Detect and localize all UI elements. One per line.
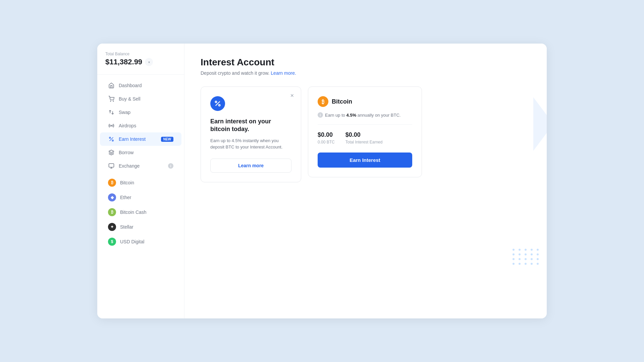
sidebar-item-airdrops[interactable]: Airdrops [100, 119, 181, 132]
page-subtitle: Deposit crypto and watch it grow. Learn … [201, 70, 531, 76]
sidebar: Total Balance $11,382.99 ▾ Dashboard [97, 44, 184, 318]
sidebar-item-stellar[interactable]: ✦ Stellar [100, 220, 181, 234]
earn-interest-button[interactable]: Earn Interest [318, 153, 412, 168]
btc-card-header: ₿ Bitcoin [318, 96, 412, 107]
dot [519, 258, 521, 260]
decorative-dots [513, 249, 540, 265]
promo-learn-more-link[interactable]: Learn more [210, 159, 291, 173]
airdrop-icon [108, 122, 115, 129]
exchange-label: Exchange [119, 163, 164, 169]
ether-icon: ◆ [108, 193, 116, 201]
svg-point-4 [109, 137, 111, 138]
dot [513, 258, 515, 260]
stellar-label: Stellar [120, 224, 173, 230]
svg-point-10 [215, 101, 217, 103]
promo-description: Earn up to 4.5% instantly when you depos… [210, 137, 291, 150]
ether-label: Ether [120, 195, 173, 200]
dot [531, 253, 533, 255]
svg-point-0 [110, 101, 111, 102]
btc-balance-stat: $0.00 0.00 BTC [318, 131, 335, 144]
balance-dropdown-button[interactable]: ▾ [145, 58, 153, 66]
dot [537, 258, 539, 260]
btc-info-icon: i [318, 112, 323, 118]
info-suffix: annually on your BTC. [356, 113, 400, 118]
btc-balance-sub: 0.00 BTC [318, 140, 335, 144]
dot [525, 253, 527, 255]
bitcoin-cash-icon: ₿ [108, 208, 116, 216]
sidebar-item-earn-interest[interactable]: Earn Interest NEW [100, 132, 181, 146]
sidebar-item-bitcoin-cash[interactable]: ₿ Bitcoin Cash [100, 205, 181, 220]
buy-sell-label: Buy & Sell [119, 96, 173, 102]
btc-card-title: Bitcoin [332, 98, 352, 105]
dot [537, 263, 539, 265]
sidebar-item-exchange[interactable]: Exchange i [100, 159, 181, 173]
dot [519, 263, 521, 265]
exchange-icon [108, 163, 115, 169]
sidebar-item-dashboard[interactable]: Dashboard [100, 79, 181, 92]
btc-interest-sub: Total Interest Earned [345, 140, 383, 144]
usd-digital-icon: $ [108, 238, 116, 246]
sidebar-item-buy-sell[interactable]: Buy & Sell [100, 92, 181, 106]
percent-icon [108, 136, 115, 142]
dot [519, 253, 521, 255]
home-icon [108, 82, 115, 89]
bitcoin-icon: ₿ [108, 179, 116, 187]
promo-card: ✕ Earn interest on your bitcoin today. E… [201, 86, 301, 182]
btc-interest-stat: $0.00 Total Interest Earned [345, 131, 383, 144]
cart-icon [108, 96, 115, 102]
sidebar-item-ether[interactable]: ◆ Ether [100, 190, 181, 205]
dot [531, 258, 533, 260]
dashboard-label: Dashboard [119, 83, 173, 88]
btc-card-info-row: i Earn up to 4.5% annually on your BTC. [318, 112, 412, 125]
earn-interest-label: Earn Interest [119, 136, 157, 142]
dot [525, 263, 527, 265]
svg-point-11 [219, 105, 220, 106]
borrow-icon [108, 149, 115, 156]
btc-card: ₿ Bitcoin i Earn up to 4.5% annually on … [308, 86, 422, 177]
dot [525, 258, 527, 260]
page-title: Interest Account [201, 57, 531, 68]
svg-point-2 [111, 125, 112, 126]
btc-coin-icon: ₿ [318, 96, 328, 107]
svg-point-5 [112, 140, 113, 141]
btc-stats-row: $0.00 0.00 BTC $0.00 Total Interest Earn… [318, 131, 412, 144]
stellar-icon: ✦ [108, 223, 116, 231]
usd-digital-label: USD Digital [120, 239, 173, 244]
btc-rate: 4.5% [346, 113, 357, 118]
dot [537, 253, 539, 255]
bitcoin-label: Bitcoin [120, 180, 173, 185]
dot [531, 249, 533, 251]
sidebar-item-bitcoin[interactable]: ₿ Bitcoin [100, 175, 181, 190]
decorative-triangle [533, 97, 547, 151]
bitcoin-cash-label: Bitcoin Cash [120, 209, 173, 215]
btc-balance-value: $0.00 [318, 131, 335, 138]
dot [537, 249, 539, 251]
btc-card-info-text: Earn up to 4.5% annually on your BTC. [325, 113, 400, 118]
dot [525, 249, 527, 251]
learn-more-link[interactable]: Learn more. [271, 70, 296, 76]
svg-line-3 [110, 137, 113, 141]
balance-section: Total Balance $11,382.99 ▾ [97, 52, 184, 75]
dot [531, 263, 533, 265]
main-content: Interest Account Deposit crypto and watc… [184, 44, 547, 318]
balance-amount: $11,382.99 [105, 58, 142, 66]
svg-rect-6 [109, 164, 114, 167]
dot [513, 249, 515, 251]
promo-percent-icon [210, 96, 225, 111]
btc-interest-value: $0.00 [345, 131, 383, 138]
svg-line-9 [216, 102, 220, 106]
promo-close-button[interactable]: ✕ [289, 92, 296, 99]
dot [513, 263, 515, 265]
sidebar-item-usd-digital[interactable]: $ USD Digital [100, 234, 181, 249]
info-prefix: Earn up to [325, 113, 346, 118]
cards-row: ✕ Earn interest on your bitcoin today. E… [201, 86, 531, 182]
svg-point-1 [113, 101, 114, 102]
sidebar-item-borrow[interactable]: Borrow [100, 146, 181, 159]
sidebar-item-swap[interactable]: Swap [100, 106, 181, 119]
promo-title: Earn interest on your bitcoin today. [210, 118, 291, 133]
main-nav: Dashboard Buy & Sell [97, 79, 184, 249]
new-badge: NEW [161, 137, 173, 142]
swap-label: Swap [119, 110, 173, 115]
dot [513, 253, 515, 255]
exchange-info-icon[interactable]: i [168, 163, 173, 169]
